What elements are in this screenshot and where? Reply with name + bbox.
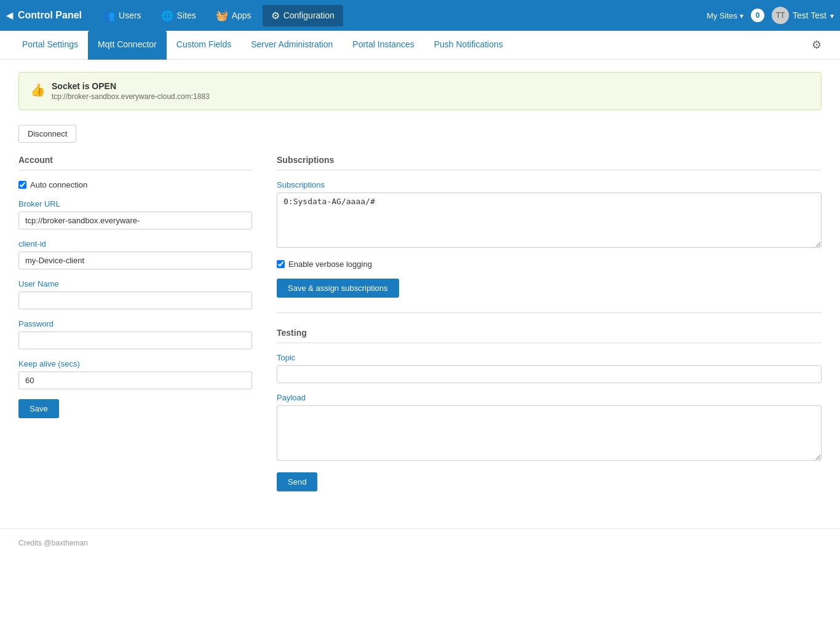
client-id-label: client-id: [18, 239, 252, 248]
disconnect-button[interactable]: Disconnect: [18, 125, 76, 143]
form-columns: Account Auto connection Broker URL clien…: [18, 155, 822, 491]
username-group: User Name: [18, 279, 252, 309]
nav-item-configuration[interactable]: Configuration: [263, 5, 343, 26]
credits-text: Credits @baxtheman: [18, 539, 88, 547]
tab-portal-instances[interactable]: Portal Instances: [343, 31, 424, 60]
username-input[interactable]: [18, 292, 252, 309]
tab-custom-fields[interactable]: Custom Fields: [167, 31, 241, 60]
payload-group: Payload: [277, 393, 822, 462]
right-column: Subscriptions Subscriptions 0:Sysdata-AG…: [277, 155, 822, 491]
auto-connection-label: Auto connection: [30, 180, 87, 189]
nav-label-configuration: Configuration: [283, 10, 335, 20]
keep-alive-group: Keep alive (secs): [18, 359, 252, 389]
nav-item-users[interactable]: Users: [94, 5, 150, 26]
user-name: Test Test: [793, 10, 826, 20]
subscriptions-group: Subscriptions 0:Sysdata-AG/aaaa/#: [277, 180, 822, 250]
my-sites-label: My Sites: [707, 11, 737, 20]
footer: Credits @baxtheman: [0, 528, 840, 557]
username-label: User Name: [18, 279, 252, 288]
nav-items: Users Sites Apps Configuration: [94, 5, 707, 26]
sites-icon: [161, 10, 173, 22]
keep-alive-input[interactable]: [18, 371, 252, 389]
subscriptions-label: Subscriptions: [277, 180, 822, 189]
notification-badge[interactable]: 0: [751, 9, 764, 22]
client-id-group: client-id: [18, 239, 252, 269]
topic-input[interactable]: [277, 365, 822, 383]
brand[interactable]: Control Panel: [6, 10, 82, 21]
topic-group: Topic: [277, 353, 822, 383]
tab-portal-settings[interactable]: Portal Settings: [12, 31, 88, 60]
broker-url-input[interactable]: [18, 212, 252, 229]
avatar: TT: [772, 7, 789, 24]
send-button[interactable]: Send: [277, 472, 317, 491]
right-section: My Sites 0 TT Test Test: [707, 7, 834, 24]
topic-label: Topic: [277, 353, 822, 362]
user-chevron-icon: [830, 10, 834, 20]
alert-text: Socket is OPEN tcp://broker-sandbox.ever…: [52, 81, 210, 101]
back-icon[interactable]: [6, 10, 13, 21]
testing-section: Testing Topic Payload Send: [277, 328, 822, 491]
users-icon: [103, 10, 115, 22]
tab-server-administration[interactable]: Server Administration: [241, 31, 343, 60]
password-label: Password: [18, 319, 252, 328]
password-input[interactable]: [18, 331, 252, 349]
apps-icon: [216, 10, 228, 22]
alert-url: tcp://broker-sandbox.everyware-cloud.com…: [52, 92, 210, 101]
verbose-logging-checkbox[interactable]: [277, 260, 285, 268]
alert-banner: Socket is OPEN tcp://broker-sandbox.ever…: [18, 72, 822, 110]
top-nav: Control Panel Users Sites Apps Configura…: [0, 0, 840, 31]
broker-url-group: Broker URL: [18, 199, 252, 229]
user-menu[interactable]: TT Test Test: [772, 7, 834, 24]
tab-push-notifications[interactable]: Push Notifications: [424, 31, 513, 60]
auto-connection-checkbox[interactable]: [18, 181, 26, 189]
password-group: Password: [18, 319, 252, 349]
thumb-up-icon: [30, 82, 46, 97]
verbose-logging-label: Enable verbose logging: [288, 260, 372, 269]
main-content: Socket is OPEN tcp://broker-sandbox.ever…: [0, 60, 840, 504]
nav-item-apps[interactable]: Apps: [207, 5, 260, 26]
payload-textarea[interactable]: [277, 405, 822, 461]
payload-label: Payload: [277, 393, 822, 402]
alert-status: Socket is OPEN: [52, 81, 116, 91]
nav-item-sites[interactable]: Sites: [153, 5, 205, 26]
my-sites-chevron-icon: [740, 11, 743, 20]
testing-section-header: Testing: [277, 328, 822, 343]
sub-nav: Portal Settings Mqtt Connector Custom Fi…: [0, 31, 840, 60]
nav-label-users: Users: [119, 10, 141, 20]
auto-connection-group: Auto connection: [18, 180, 252, 189]
tab-mqtt-connector[interactable]: Mqtt Connector: [88, 31, 167, 60]
verbose-logging-group: Enable verbose logging: [277, 260, 822, 269]
my-sites-menu[interactable]: My Sites: [707, 11, 743, 20]
broker-url-label: Broker URL: [18, 199, 252, 208]
nav-label-apps: Apps: [232, 10, 252, 20]
keep-alive-label: Keep alive (secs): [18, 359, 252, 368]
brand-label: Control Panel: [18, 10, 82, 21]
subscriptions-textarea[interactable]: 0:Sysdata-AG/aaaa/#: [277, 192, 822, 248]
save-assign-button[interactable]: Save & assign subscriptions: [277, 279, 399, 298]
nav-label-sites: Sites: [177, 10, 196, 20]
subscriptions-section: Subscriptions Subscriptions 0:Sysdata-AG…: [277, 155, 822, 298]
settings-gear-icon[interactable]: [806, 32, 828, 58]
client-id-input[interactable]: [18, 252, 252, 269]
account-section: Account Auto connection Broker URL clien…: [18, 155, 252, 491]
account-section-header: Account: [18, 155, 252, 170]
config-icon: [271, 10, 280, 22]
section-divider: [277, 312, 822, 313]
subscriptions-section-header: Subscriptions: [277, 155, 822, 170]
save-button[interactable]: Save: [18, 399, 59, 418]
